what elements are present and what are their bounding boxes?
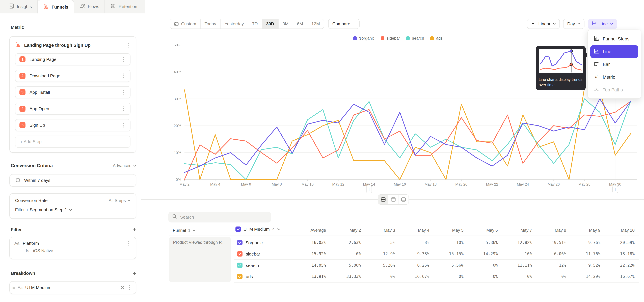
annotation-badge[interactable]: 1 bbox=[366, 186, 372, 193]
range-12m[interactable]: 12M bbox=[308, 19, 324, 28]
legend-label: sidebar bbox=[387, 36, 400, 40]
filter-value[interactable]: iOS Native bbox=[33, 248, 53, 253]
chart-legend: $organicsidebarsearchads bbox=[353, 36, 443, 40]
add-step-button[interactable]: + Add Step bbox=[15, 136, 130, 148]
step-label: Download Page bbox=[30, 73, 118, 78]
table-value: 14.85% bbox=[295, 263, 326, 268]
conversion-rate-label: Conversion Rate bbox=[15, 198, 48, 203]
date-range-segmented-control: CustomTodayYesterday7D30D3M6M12M bbox=[170, 19, 324, 29]
column-header[interactable]: May 9 bbox=[570, 228, 600, 233]
date-range-toolbar: CustomTodayYesterday7D30D3M6M12M Compare bbox=[170, 19, 360, 29]
kebab-icon[interactable] bbox=[122, 106, 126, 112]
column-header[interactable]: May 8 bbox=[535, 228, 566, 233]
menu-item-bar[interactable]: Bar bbox=[590, 58, 638, 71]
filter-label: Filter bbox=[11, 227, 22, 232]
range-30d[interactable]: 30D bbox=[262, 19, 278, 28]
row-divider bbox=[234, 237, 639, 237]
conversion-criteria-label: Conversion Criteria bbox=[11, 163, 53, 168]
breakdown-property[interactable]: UTM Medium bbox=[25, 285, 118, 290]
table-row: ads13.91%33.33%0%16.67%0%0%0%0%14.29%16.… bbox=[141, 271, 644, 282]
tab-flows[interactable]: Flows bbox=[74, 0, 105, 13]
series-checkbox[interactable] bbox=[237, 240, 242, 245]
kebab-icon[interactable] bbox=[122, 90, 126, 95]
series-checkbox[interactable] bbox=[237, 262, 242, 268]
add-breakdown-button[interactable]: + bbox=[133, 270, 136, 276]
funnel-step-5[interactable]: 5Sign Up bbox=[15, 119, 130, 131]
column-header[interactable]: May 3 bbox=[364, 228, 395, 233]
row-divider bbox=[234, 282, 639, 282]
chart-type-dropdown[interactable]: Line bbox=[588, 19, 617, 29]
filter-operator[interactable]: Is bbox=[26, 248, 29, 253]
all-steps-dropdown[interactable]: All Steps bbox=[108, 198, 130, 203]
kebab-icon[interactable] bbox=[127, 285, 132, 290]
column-header[interactable]: May 2 bbox=[330, 228, 361, 233]
range-yesterday[interactable]: Yesterday bbox=[220, 19, 248, 28]
kebab-icon[interactable] bbox=[122, 122, 126, 128]
kebab-icon[interactable] bbox=[122, 57, 126, 62]
chevron-down-icon bbox=[133, 165, 136, 167]
column-header[interactable]: May 7 bbox=[501, 228, 532, 233]
scale-dropdown[interactable]: Linear bbox=[527, 19, 560, 29]
range-3m[interactable]: 3M bbox=[278, 19, 293, 28]
legend-item[interactable]: ads bbox=[430, 36, 443, 40]
table-row: $organic16.03%2.63%5%8%10%5.36%12.82%19.… bbox=[141, 237, 644, 248]
funnel-step-1[interactable]: 1Landing Page bbox=[15, 53, 130, 66]
column-header[interactable]: May 4 bbox=[398, 228, 429, 233]
calendar-icon bbox=[174, 22, 179, 26]
filter-property[interactable]: Platform bbox=[23, 241, 123, 246]
conversion-window-card[interactable]: Within 7 days bbox=[10, 174, 136, 186]
top-panel-icon bbox=[391, 197, 396, 202]
series-checkbox[interactable] bbox=[237, 251, 242, 256]
funnel-step-4[interactable]: 4App Open bbox=[15, 103, 130, 115]
table-value: 0% bbox=[364, 274, 395, 279]
view-tabs: Insights Funnels Flows Retention bbox=[0, 0, 145, 14]
filter-segment-dropdown[interactable]: Filter + Segment on Step 1 bbox=[15, 207, 130, 212]
layout-chart-only-button[interactable] bbox=[388, 194, 398, 204]
split-view-icon bbox=[381, 197, 386, 202]
compare-button[interactable]: Compare bbox=[328, 19, 360, 29]
clock-icon bbox=[15, 177, 21, 184]
kebab-icon[interactable] bbox=[126, 240, 131, 246]
interval-dropdown[interactable]: Day bbox=[563, 19, 584, 29]
add-filter-button[interactable]: + bbox=[133, 227, 136, 232]
legend-item[interactable]: sidebar bbox=[381, 36, 400, 40]
menu-item-line[interactable]: Line bbox=[590, 45, 638, 58]
menu-item-funnel-steps[interactable]: Funnel Steps bbox=[590, 32, 638, 45]
tab-insights[interactable]: Insights bbox=[3, 0, 38, 13]
funnel-step-2[interactable]: 2Download Page bbox=[15, 70, 130, 82]
funnel-metric-icon bbox=[15, 42, 21, 49]
kebab-icon[interactable] bbox=[122, 73, 126, 78]
range-7d[interactable]: 7D bbox=[248, 19, 262, 28]
series-checkbox[interactable] bbox=[237, 274, 242, 279]
kebab-icon[interactable] bbox=[126, 42, 130, 48]
tab-retention[interactable]: Retention bbox=[105, 0, 143, 13]
svg-text:May 22: May 22 bbox=[486, 182, 498, 186]
tab-label: Funnels bbox=[52, 4, 68, 10]
range-6m[interactable]: 6M bbox=[293, 19, 308, 28]
range-custom[interactable]: Custom bbox=[170, 19, 200, 28]
legend-item[interactable]: $organic bbox=[353, 36, 375, 40]
advanced-dropdown[interactable]: Advanced bbox=[113, 163, 136, 168]
svg-text:1: 1 bbox=[614, 188, 616, 192]
table-value: 10% bbox=[501, 252, 532, 256]
table-value: 14.29% bbox=[570, 274, 600, 279]
remove-breakdown-icon[interactable] bbox=[121, 284, 124, 291]
tab-funnels[interactable]: Funnels bbox=[38, 0, 74, 14]
funnel-step-3[interactable]: 3App Install bbox=[15, 86, 130, 98]
column-header[interactable]: May 6 bbox=[467, 228, 498, 233]
breakdown-heading: Breakdown + bbox=[11, 270, 136, 276]
range-today[interactable]: Today bbox=[200, 19, 220, 28]
search-input[interactable] bbox=[180, 214, 264, 220]
insights-icon bbox=[8, 3, 14, 10]
svg-text:May 4: May 4 bbox=[210, 182, 220, 186]
funnel-name[interactable]: Landing Page through Sign Up bbox=[24, 43, 122, 48]
column-header[interactable]: Average bbox=[295, 228, 326, 233]
drag-handle-icon[interactable]: ≡ bbox=[12, 285, 15, 290]
column-header[interactable]: May 5 bbox=[433, 228, 464, 233]
menu-item-metric[interactable]: #Metric bbox=[590, 71, 638, 84]
legend-item[interactable]: search bbox=[406, 36, 424, 40]
layout-table-only-button[interactable] bbox=[398, 194, 408, 204]
column-header[interactable]: May 10 bbox=[604, 228, 634, 233]
annotation-badge[interactable]: 1 bbox=[612, 186, 618, 193]
layout-split-button[interactable] bbox=[378, 194, 388, 204]
